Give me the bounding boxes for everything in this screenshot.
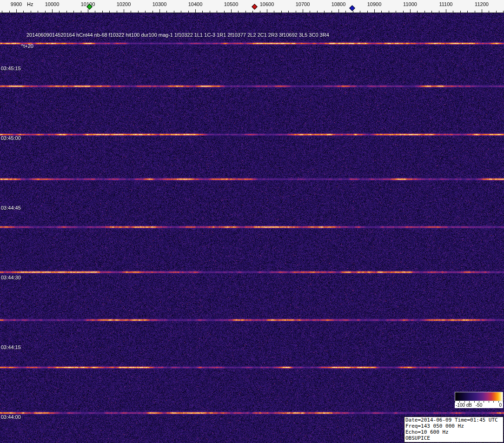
freq-tick (23, 11, 24, 13)
time-label: 03:44:15 (1, 344, 21, 350)
legend-tick (503, 401, 504, 403)
freq-tick-label: 10200 (117, 1, 131, 7)
freq-tick (159, 9, 160, 13)
time-label: 03:44:00 (1, 414, 21, 420)
freq-tick-label: 11200 (475, 1, 489, 7)
freq-tick (81, 11, 81, 13)
freq-tick-label: 9900 (11, 1, 22, 7)
freq-tick (117, 11, 117, 13)
legend-tick (464, 401, 465, 403)
freq-tick (138, 11, 139, 13)
freq-tick (45, 11, 46, 13)
db-legend: -100 dB -50 0 (455, 392, 503, 408)
time-label: 03:44:45 (1, 205, 21, 211)
freq-tick (166, 11, 167, 13)
info-freq-line: Freq=143 050 000 Hz (405, 423, 502, 429)
freq-tick (482, 9, 482, 13)
freq-tick (453, 11, 453, 13)
freq-tick (153, 11, 153, 13)
freq-tick (59, 11, 60, 13)
freq-tick (503, 11, 504, 13)
freq-tick (417, 11, 418, 13)
freq-tick (95, 11, 95, 13)
info-echo-line: Echo=10 600 Hz (405, 429, 502, 435)
freq-tick (202, 11, 203, 13)
freq-tick (188, 11, 189, 13)
freq-tick-label: 10700 (296, 1, 310, 7)
freq-tick (73, 11, 74, 13)
freq-tick (489, 11, 489, 13)
freq-tick (217, 11, 217, 13)
freq-tick (9, 11, 10, 13)
time-label: 03:45:15 (1, 66, 21, 71)
freq-tick (353, 11, 353, 13)
info-date-line: Date=2014-06-09 Time=01:45 UTC (405, 417, 502, 423)
freq-tick (109, 11, 110, 13)
freq-tick (260, 11, 260, 13)
db-scale: -100 dB -50 0 (455, 401, 503, 408)
time-cursor-label: ^t+20 (21, 43, 33, 49)
observation-info-box: Date=2014-06-09 Time=01:45 UTC Freq=143 … (404, 417, 504, 443)
spectrogram-canvas[interactable] (0, 13, 504, 443)
freq-tick (496, 11, 497, 13)
legend-tick (474, 401, 475, 403)
freq-tick (181, 11, 181, 13)
freq-tick (439, 11, 439, 13)
freq-tick-label: 11000 (403, 1, 417, 7)
freq-tick (66, 11, 67, 13)
freq-tick (52, 9, 53, 13)
freq-tick-label: 10900 (367, 1, 382, 7)
freq-tick (38, 11, 38, 13)
freq-tick (360, 11, 360, 13)
frequency-axis: 9900100001010010200103001040010500106001… (0, 0, 504, 13)
hit-annotation: 20140609014520164 hCnt44 nb-68 f10322 hi… (27, 32, 329, 38)
freq-tick (16, 9, 17, 13)
freq-tick (2, 11, 2, 13)
freq-tick (238, 11, 239, 13)
freq-tick-label: 10500 (224, 1, 239, 7)
legend-tick (493, 401, 494, 403)
freq-tick (195, 9, 196, 13)
freq-tick (446, 9, 446, 13)
red-diamond-marker[interactable] (252, 4, 258, 10)
freq-tick (424, 11, 425, 13)
freq-tick (88, 9, 88, 13)
blue-diamond-marker[interactable] (349, 5, 355, 11)
freq-tick (467, 11, 468, 13)
freq-tick (324, 11, 325, 13)
time-label: 03:45:00 (1, 135, 21, 141)
freq-tick (31, 11, 31, 13)
freq-tick (338, 9, 339, 13)
freq-tick (317, 11, 318, 13)
freq-tick-label: 10600 (260, 1, 274, 7)
freq-tick (410, 9, 411, 13)
freq-tick (345, 11, 346, 13)
legend-tick (455, 401, 455, 403)
freq-tick (396, 11, 396, 13)
info-station-line: OBSUPICE (405, 435, 502, 441)
legend-tick (459, 401, 460, 403)
freq-tick (475, 11, 475, 13)
freq-tick (288, 11, 289, 13)
freq-tick-label: 11100 (439, 1, 453, 7)
legend-tick (469, 401, 470, 403)
freq-tick (367, 11, 368, 13)
legend-tick (489, 401, 489, 403)
freq-tick (389, 11, 389, 13)
freq-tick (374, 9, 375, 13)
freq-tick (303, 9, 303, 13)
freq-tick (145, 11, 146, 13)
freq-tick (245, 11, 246, 13)
legend-tick (498, 401, 499, 403)
spectrogram-window: 9900100001010010200103001040010500106001… (0, 0, 504, 443)
freq-tick-label: 10800 (332, 1, 346, 7)
freq-tick (403, 11, 404, 13)
freq-tick (124, 9, 124, 13)
freq-tick (281, 11, 282, 13)
freq-axis-unit: Hz (27, 1, 33, 7)
freq-tick (224, 11, 225, 13)
freq-tick (332, 11, 332, 13)
freq-tick-label: 10000 (45, 1, 60, 7)
freq-tick-label: 10300 (153, 1, 167, 7)
db-label-mid: -50 (476, 403, 482, 408)
